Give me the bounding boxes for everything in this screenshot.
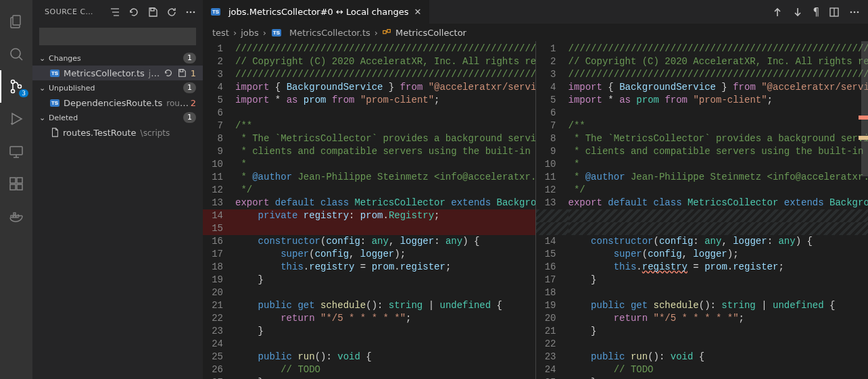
docker-icon bbox=[8, 208, 24, 224]
svg-point-24 bbox=[190, 11, 192, 13]
svg-rect-15 bbox=[11, 216, 13, 218]
chevron-down-icon: ⌄ bbox=[39, 84, 49, 93]
discard-icon[interactable] bbox=[164, 68, 173, 78]
editor-group: TS jobs.MetricsCollector#0 ↔ Local chang… bbox=[203, 0, 868, 379]
side-bar-title: SOURCE C… bbox=[32, 0, 203, 24]
svg-rect-22 bbox=[151, 8, 154, 11]
svg-point-7 bbox=[11, 123, 12, 124]
file-dir: jobs bbox=[149, 69, 164, 78]
section-deleted[interactable]: ⌄ Deleted 1 bbox=[32, 110, 203, 125]
svg-rect-13 bbox=[17, 184, 22, 190]
refresh-icon[interactable] bbox=[166, 7, 177, 18]
overview-ruler[interactable] bbox=[859, 41, 868, 379]
remote-icon bbox=[8, 143, 24, 159]
breadcrumb-item[interactable]: MetricsCollector.ts bbox=[289, 28, 370, 38]
count-badge: 1 bbox=[183, 82, 196, 93]
scrollbar-thumb[interactable] bbox=[861, 41, 868, 176]
line-gutter-right: 123 456 789 101112 13 141516 171819 2021… bbox=[536, 41, 569, 379]
svg-point-5 bbox=[18, 85, 22, 89]
files-icon bbox=[8, 14, 24, 30]
close-icon[interactable]: ✕ bbox=[412, 7, 423, 17]
code-right[interactable]: ////////////////////////////////////////… bbox=[569, 41, 869, 379]
view-as-tree-icon[interactable] bbox=[110, 7, 120, 18]
whitespace-icon[interactable]: ¶ bbox=[813, 6, 819, 18]
undo-icon[interactable] bbox=[128, 7, 139, 18]
split-editor-icon[interactable] bbox=[829, 7, 840, 18]
count-badge: 1 bbox=[183, 53, 196, 64]
section-unpublished[interactable]: ⌄ Unpublished 1 bbox=[32, 80, 203, 95]
svg-rect-11 bbox=[10, 178, 16, 183]
save-icon[interactable] bbox=[177, 68, 187, 78]
chevron-down-icon: ⌄ bbox=[39, 54, 49, 63]
breadcrumb-item[interactable]: test bbox=[212, 28, 229, 38]
file-name: DependenciesRoute.ts bbox=[64, 98, 162, 108]
activity-explorer[interactable] bbox=[0, 5, 32, 38]
activity-search[interactable] bbox=[0, 38, 32, 70]
status-number: 1 bbox=[191, 68, 196, 78]
file-name: routes.TestRoute bbox=[63, 128, 137, 138]
more-icon[interactable] bbox=[849, 7, 860, 18]
typescript-file-icon: TS bbox=[270, 27, 283, 38]
svg-rect-26 bbox=[180, 70, 183, 72]
next-change-icon[interactable] bbox=[792, 7, 803, 18]
breadcrumb-item[interactable]: MetricsCollector bbox=[395, 28, 466, 38]
svg-point-25 bbox=[193, 11, 195, 13]
count-badge: 1 bbox=[183, 112, 196, 123]
svg-line-36 bbox=[386, 31, 387, 32]
activity-scm[interactable]: 3 bbox=[0, 70, 32, 103]
svg-rect-16 bbox=[14, 216, 16, 218]
diff-modified-pane[interactable]: 123 456 789 101112 13 141516 171819 2021… bbox=[535, 41, 869, 379]
save-all-icon[interactable] bbox=[147, 7, 158, 18]
svg-point-23 bbox=[187, 11, 189, 13]
file-icon bbox=[49, 128, 61, 137]
svg-line-2 bbox=[19, 57, 22, 60]
typescript-file-icon: TS bbox=[210, 7, 222, 18]
svg-point-31 bbox=[850, 11, 852, 13]
svg-point-33 bbox=[857, 11, 859, 13]
activity-extensions[interactable] bbox=[0, 168, 32, 200]
typescript-file-icon: TS bbox=[49, 97, 61, 108]
svg-point-32 bbox=[854, 11, 856, 13]
svg-rect-0 bbox=[13, 16, 20, 25]
breadcrumb-item[interactable]: jobs bbox=[241, 28, 259, 38]
code-left[interactable]: ////////////////////////////////////////… bbox=[235, 41, 535, 379]
side-bar: SOURCE C… ⌄ Changes 1 TS MetricsCollecto… bbox=[32, 0, 203, 379]
file-row-metricscollector[interactable]: TS MetricsCollector.tsjobs 1 bbox=[32, 66, 203, 80]
svg-rect-12 bbox=[10, 184, 16, 190]
editor-tab[interactable]: TS jobs.MetricsCollector#0 ↔ Local chang… bbox=[203, 0, 430, 24]
activity-bar: 3 bbox=[0, 0, 32, 379]
class-icon bbox=[382, 28, 391, 37]
activity-run[interactable] bbox=[0, 103, 32, 135]
file-name: MetricsCollector.ts bbox=[64, 68, 145, 78]
svg-rect-17 bbox=[16, 216, 18, 218]
activity-remote[interactable] bbox=[0, 135, 32, 168]
file-row-routestestroute[interactable]: routes.TestRoute\scripts bbox=[32, 125, 203, 140]
activity-docker[interactable] bbox=[0, 200, 32, 232]
scm-message-input[interactable] bbox=[39, 28, 196, 45]
section-label: Changes bbox=[49, 54, 183, 63]
line-gutter-left: 123 456 789 101112 13 1415 161718 192021… bbox=[203, 41, 235, 379]
file-row-dependenciesroute[interactable]: TS DependenciesRoute.tsroutes 2 bbox=[32, 95, 203, 110]
svg-marker-6 bbox=[12, 113, 22, 124]
more-icon[interactable] bbox=[185, 7, 196, 18]
status-number: 2 bbox=[191, 98, 196, 108]
diff-original-pane[interactable]: 123 456 789 101112 13 1415 161718 192021… bbox=[203, 41, 535, 379]
section-label: Unpublished bbox=[49, 84, 183, 93]
side-bar-title-label: SOURCE C… bbox=[45, 7, 110, 16]
typescript-file-icon: TS bbox=[49, 68, 61, 78]
breadcrumbs[interactable]: test› jobs› TS MetricsCollector.ts› Metr… bbox=[203, 24, 868, 41]
tab-title: jobs.MetricsCollector#0 ↔ Local changes bbox=[228, 7, 408, 17]
svg-point-4 bbox=[11, 90, 15, 93]
svg-rect-34 bbox=[383, 30, 386, 33]
previous-change-icon[interactable] bbox=[772, 7, 783, 18]
chevron-right-icon: › bbox=[233, 28, 237, 38]
scm-badge: 3 bbox=[19, 89, 28, 97]
svg-point-1 bbox=[11, 49, 20, 58]
chevron-right-icon: › bbox=[375, 28, 378, 38]
file-dir: \scripts bbox=[141, 128, 170, 138]
section-changes[interactable]: ⌄ Changes 1 bbox=[32, 51, 203, 66]
diff-editor: 123 456 789 101112 13 1415 161718 192021… bbox=[203, 41, 868, 379]
overview-mark-warning bbox=[859, 136, 868, 140]
run-icon bbox=[8, 111, 24, 127]
svg-rect-35 bbox=[387, 30, 390, 32]
